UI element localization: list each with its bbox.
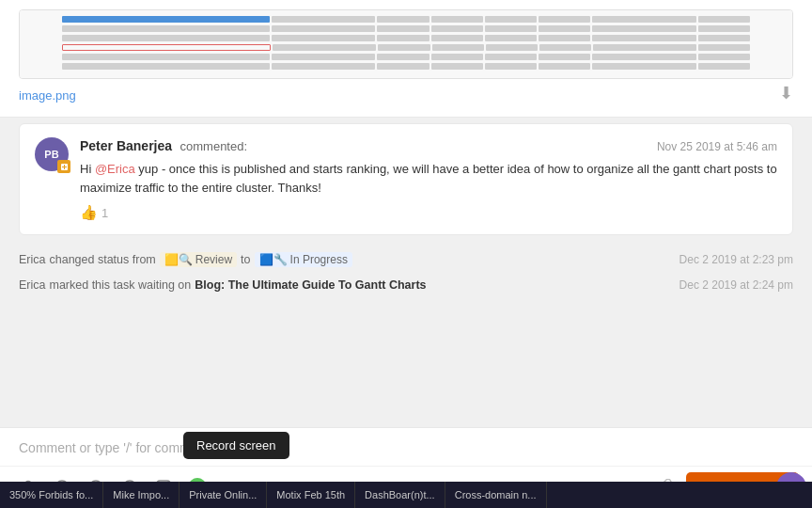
image-preview xyxy=(19,9,793,79)
status-change-2: Erica marked this task waiting on Blog: … xyxy=(0,273,812,297)
status-change-1-text: Erica changed status from 🟨🔍 Review to 🟦… xyxy=(19,252,352,267)
comment-text-after: yup - once this is published and starts … xyxy=(80,162,777,195)
to-status-label: In Progress xyxy=(290,253,348,266)
comment-placeholder: Comment or type '/' for commands xyxy=(19,440,219,455)
taskbar-item-4[interactable]: Motix Feb 15th xyxy=(267,482,355,508)
avatar-badge xyxy=(57,160,70,173)
download-icon[interactable]: ⬇ xyxy=(779,83,793,103)
comment-content: Peter Banerjea commented: Nov 25 2019 at… xyxy=(80,137,777,221)
comment-meta: Peter Banerjea commented: xyxy=(80,137,247,154)
taskbar-item-5[interactable]: DashBoar(n)t... xyxy=(355,482,445,508)
image-area: image.png ⬇ xyxy=(0,0,812,118)
comment-input-field[interactable]: Comment or type '/' for commands xyxy=(0,428,812,466)
avatar-initials: PB xyxy=(44,149,58,160)
status-change-1: Erica changed status from 🟨🔍 Review to 🟦… xyxy=(0,246,812,273)
comment-block: PB Peter Banerjea commented: Nov 25 2019… xyxy=(19,123,793,235)
status-to-label: to xyxy=(241,253,250,266)
commenter-name: Peter Banerjea xyxy=(80,138,172,153)
like-icon[interactable]: 👍 xyxy=(80,204,98,221)
taskbar-item-3[interactable]: Private Onlin... xyxy=(180,482,267,508)
avatar: PB xyxy=(35,137,69,171)
status-actor-1: Erica xyxy=(19,253,45,266)
image-preview-inner xyxy=(20,10,792,78)
from-status-badge: 🟨🔍 Review xyxy=(160,252,237,267)
taskbar: 350% Forbids fo... Mike Impo... Private … xyxy=(0,482,812,508)
status-action-2: marked this task waiting on xyxy=(49,278,191,292)
taskbar-item-6[interactable]: Cross-domain n... xyxy=(445,482,547,508)
fake-table xyxy=(58,12,754,76)
comment-header: Peter Banerjea commented: Nov 25 2019 at… xyxy=(80,137,777,154)
status-timestamp-1: Dec 2 2019 at 2:23 pm xyxy=(679,253,793,266)
to-status-emoji: 🟦🔧 xyxy=(259,253,288,266)
comment-mention[interactable]: @Erica xyxy=(95,162,135,176)
status-timestamp-2: Dec 2 2019 at 2:24 pm xyxy=(679,278,793,292)
taskbar-item-1[interactable]: 350% Forbids fo... xyxy=(0,482,103,508)
svg-rect-2 xyxy=(64,165,65,169)
status-actor-2: Erica xyxy=(19,278,45,292)
status-action-1: changed status from xyxy=(49,253,155,266)
image-filename[interactable]: image.png xyxy=(19,88,76,103)
comment-text-before: Hi xyxy=(80,162,91,176)
main-container: image.png ⬇ PB Peter Banerjea commented:… xyxy=(0,0,812,508)
comment-timestamp: Nov 25 2019 at 5:46 am xyxy=(657,140,777,153)
comment-text: Hi @Erica yup - once this is published a… xyxy=(80,160,777,197)
taskbar-item-2[interactable]: Mike Impo... xyxy=(103,482,180,508)
like-count: 1 xyxy=(102,206,108,220)
to-status-badge: 🟦🔧 In Progress xyxy=(255,252,352,267)
like-area: 👍 1 xyxy=(80,204,777,221)
from-status-emoji: 🟨🔍 xyxy=(164,253,193,266)
comment-action: commented: xyxy=(180,139,248,153)
waiting-on-link[interactable]: Blog: The Ultimate Guide To Gantt Charts xyxy=(195,278,426,292)
status-change-2-text: Erica marked this task waiting on Blog: … xyxy=(19,278,427,292)
from-status-label: Review xyxy=(195,253,232,266)
